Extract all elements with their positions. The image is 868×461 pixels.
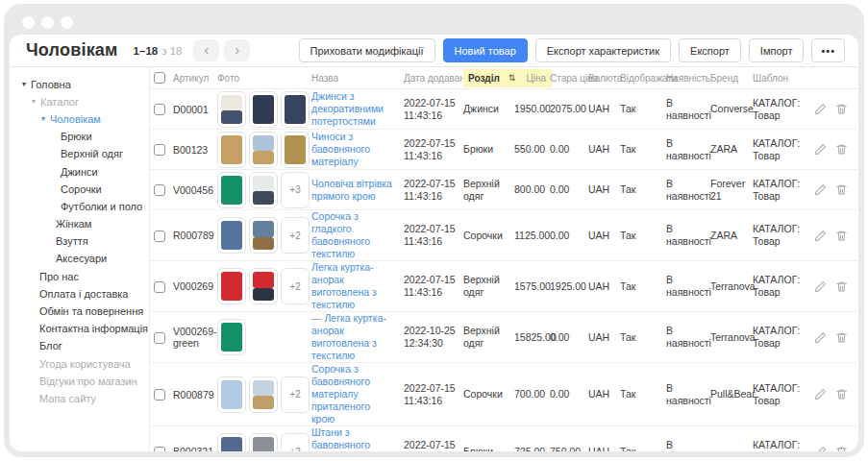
product-old-price: 0.00 bbox=[546, 388, 584, 400]
row-checkbox[interactable] bbox=[154, 447, 165, 451]
col-date[interactable]: Дата додавання bbox=[400, 73, 459, 84]
sidebar-item[interactable]: Про нас bbox=[10, 268, 149, 285]
window-dot[interactable] bbox=[22, 16, 35, 29]
sidebar-item[interactable]: Відгуки про магазин bbox=[10, 373, 149, 390]
import-button[interactable]: Імпорт bbox=[749, 38, 805, 62]
sidebar-item[interactable]: Аксесуари bbox=[10, 251, 149, 268]
row-checkbox[interactable] bbox=[154, 281, 165, 293]
product-display: Так bbox=[616, 446, 662, 452]
sidebar-item[interactable]: ▾ Каталог bbox=[10, 93, 149, 110]
sidebar-item[interactable]: ▾ Чоловікам bbox=[10, 110, 149, 128]
edit-icon[interactable] bbox=[814, 183, 827, 196]
col-template[interactable]: Шаблон bbox=[749, 73, 810, 84]
edit-icon[interactable] bbox=[814, 103, 827, 115]
product-template: КАТАЛОГ: Товар bbox=[749, 97, 810, 122]
more-photos-badge[interactable]: +2 bbox=[281, 217, 310, 254]
sidebar-item[interactable]: Футболки и поло bbox=[10, 198, 149, 215]
product-photo bbox=[217, 91, 246, 128]
product-name-link[interactable]: Чиноси з бавовняного матеріалу bbox=[311, 131, 370, 167]
product-currency: UAH bbox=[584, 446, 616, 452]
row-checkbox[interactable] bbox=[154, 332, 165, 344]
row-checkbox[interactable] bbox=[154, 389, 165, 400]
product-brand: ZARA bbox=[707, 230, 749, 242]
sidebar-item[interactable]: Блог bbox=[10, 338, 149, 355]
product-name-link[interactable]: Штани з бавовняного матеріалу прямого кр… bbox=[311, 426, 376, 451]
product-name-link[interactable]: Джинси з декоративними потертостями bbox=[311, 90, 384, 127]
sidebar-item[interactable]: Угода користувача bbox=[10, 355, 149, 373]
product-photo bbox=[217, 217, 246, 254]
col-name[interactable]: Назва bbox=[308, 73, 400, 84]
product-photos bbox=[213, 91, 308, 128]
product-template: КАТАЛОГ: Товар bbox=[749, 382, 810, 407]
product-currency: UAH bbox=[584, 103, 616, 115]
row-checkbox[interactable] bbox=[154, 230, 165, 242]
row-checkbox[interactable] bbox=[154, 184, 165, 196]
sidebar-item[interactable]: Обмін та повернення bbox=[10, 303, 149, 320]
sidebar-item[interactable]: Сорочки bbox=[10, 181, 149, 198]
delete-icon[interactable] bbox=[835, 388, 848, 400]
edit-icon[interactable] bbox=[814, 388, 827, 400]
new-product-button[interactable]: Новий товар bbox=[443, 38, 528, 62]
more-photos-badge[interactable]: +2 bbox=[281, 268, 310, 304]
col-brand[interactable]: Бренд bbox=[707, 73, 749, 84]
sidebar-item[interactable]: Контактна інформація bbox=[10, 321, 149, 338]
window-dot[interactable] bbox=[61, 16, 73, 29]
col-old-price[interactable]: Стара ціна bbox=[546, 73, 584, 84]
more-photos-badge[interactable]: +2 bbox=[281, 376, 310, 413]
product-name-link[interactable]: Сорочка з гладкого бавовняного текстилю bbox=[311, 210, 370, 259]
col-sku[interactable]: Артикул bbox=[169, 73, 213, 84]
product-name-link[interactable]: Легка куртка-анорак виготовлена з тексти… bbox=[311, 261, 377, 310]
delete-icon[interactable] bbox=[835, 143, 848, 156]
sidebar-item[interactable]: ▾ Головна bbox=[10, 76, 149, 93]
more-actions-button[interactable]: ••• bbox=[811, 38, 845, 62]
col-section-sorted[interactable]: Розділ ⇅ Ціна bbox=[463, 69, 552, 87]
sidebar-item[interactable]: Мапа сайту bbox=[10, 390, 149, 407]
export-button[interactable]: Експорт bbox=[679, 38, 741, 62]
product-currency: UAH bbox=[584, 143, 616, 156]
sidebar-item[interactable]: Брюки bbox=[10, 129, 149, 146]
product-template: КАТАЛОГ: Товар bbox=[749, 137, 810, 162]
prev-page-button[interactable]: ‹ bbox=[193, 39, 219, 61]
product-display: Так bbox=[616, 103, 662, 115]
edit-icon[interactable] bbox=[814, 230, 827, 242]
sidebar-item[interactable]: Жінкам bbox=[10, 216, 149, 233]
date-added: 2022-07-15 11:43:16 bbox=[400, 97, 459, 122]
sidebar-item[interactable]: Джинси bbox=[10, 163, 149, 181]
edit-icon[interactable] bbox=[814, 446, 827, 452]
edit-icon[interactable] bbox=[814, 331, 827, 344]
product-currency: UAH bbox=[584, 230, 616, 242]
delete-icon[interactable] bbox=[835, 103, 848, 115]
col-currency[interactable]: Валюта bbox=[584, 73, 616, 84]
col-photo[interactable]: Фото bbox=[213, 73, 308, 84]
product-photo bbox=[249, 217, 278, 254]
sidebar-item[interactable]: Оплата і доставка bbox=[10, 285, 149, 303]
product-display: Так bbox=[616, 280, 662, 293]
sort-icon[interactable]: ⇅ bbox=[508, 73, 516, 83]
hide-modifications-button[interactable]: Приховати модифікації bbox=[299, 38, 435, 62]
row-checkbox[interactable] bbox=[154, 104, 165, 115]
col-display[interactable]: Відображати bbox=[616, 73, 662, 84]
product-name-link[interactable]: Чоловіча вітрівка прямого крою bbox=[311, 178, 392, 202]
row-checkbox[interactable] bbox=[154, 144, 165, 156]
chevron-down-icon: ▾ bbox=[32, 95, 36, 108]
select-all-checkbox[interactable] bbox=[154, 72, 165, 84]
product-currency: UAH bbox=[584, 388, 616, 400]
sidebar-item[interactable]: Верхній одяг bbox=[10, 146, 149, 163]
delete-icon[interactable] bbox=[835, 230, 848, 242]
col-price[interactable]: Ціна bbox=[526, 73, 546, 84]
delete-icon[interactable] bbox=[835, 331, 848, 344]
col-availability[interactable]: Наявність bbox=[662, 73, 707, 84]
window-dot[interactable] bbox=[41, 16, 54, 29]
next-page-button[interactable]: › bbox=[224, 39, 250, 61]
product-section: Верхній одяг bbox=[459, 178, 510, 203]
more-photos-badge[interactable]: +3 bbox=[281, 172, 310, 208]
sidebar-item[interactable]: Взуття bbox=[10, 233, 149, 251]
edit-icon[interactable] bbox=[814, 143, 827, 156]
export-characteristics-button[interactable]: Експорт характеристик bbox=[535, 38, 671, 62]
product-name-link[interactable]: Сорочка з бавовняного матеріалу притален… bbox=[311, 363, 370, 425]
more-photos-badge[interactable]: +2 bbox=[281, 433, 310, 451]
delete-icon[interactable] bbox=[835, 446, 848, 452]
delete-icon[interactable] bbox=[835, 280, 848, 293]
edit-icon[interactable] bbox=[814, 280, 827, 293]
delete-icon[interactable] bbox=[835, 183, 848, 196]
